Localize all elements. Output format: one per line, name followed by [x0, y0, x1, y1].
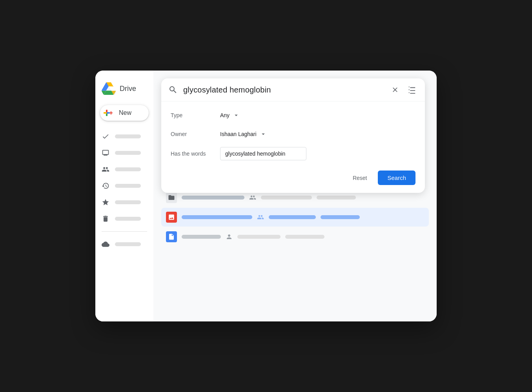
- search-query-text: glycosylated hemoglobin: [183, 85, 384, 94]
- file-meta-bar: [269, 215, 316, 219]
- type-select[interactable]: Any: [220, 109, 240, 121]
- file-date-bar: [317, 196, 356, 200]
- people-icon: [102, 165, 109, 173]
- clear-search-button[interactable]: [390, 84, 401, 95]
- type-label: Type: [171, 112, 214, 118]
- has-words-label: Has the words: [171, 151, 214, 157]
- monitor-icon: [102, 149, 109, 157]
- filter-actions: Reset Search: [171, 167, 415, 185]
- nav-label-bar: [115, 217, 141, 221]
- search-button[interactable]: Search: [378, 171, 415, 185]
- sidebar-item-computers[interactable]: [95, 145, 147, 161]
- search-icon: [168, 85, 178, 94]
- owner-filter-row: Owner Ishaan Laghari: [171, 128, 415, 140]
- sidebar-item-starred[interactable]: [95, 194, 147, 210]
- sidebar-item-storage[interactable]: [95, 236, 147, 252]
- star-icon: [102, 198, 109, 206]
- sidebar-item-recent[interactable]: [95, 178, 147, 194]
- sidebar-nav: [95, 129, 153, 252]
- file-date-bar: [285, 235, 324, 239]
- file-meta-bar: [261, 196, 312, 200]
- reset-button[interactable]: Reset: [346, 171, 373, 185]
- sidebar-item-shared[interactable]: [95, 162, 147, 177]
- file-name-bar: [182, 196, 244, 200]
- type-value: Any: [220, 112, 230, 118]
- svg-rect-7: [104, 112, 107, 114]
- nav-divider: [102, 231, 147, 232]
- owner-label: Owner: [171, 131, 214, 137]
- table-row[interactable]: [161, 208, 429, 227]
- main-content: glycosylated hemoglobin Type Any: [153, 71, 437, 321]
- sidebar-item-my-drive[interactable]: [95, 129, 147, 144]
- colorful-plus-icon: [102, 109, 111, 117]
- trash-icon: [102, 215, 109, 223]
- svg-rect-8: [107, 112, 110, 114]
- has-words-input[interactable]: [220, 147, 306, 160]
- search-actions: [390, 84, 418, 96]
- advanced-search-button[interactable]: [406, 84, 418, 96]
- file-date-bar: [321, 215, 360, 219]
- clock-icon: [102, 182, 109, 190]
- search-bar: glycosylated hemoglobin: [161, 78, 425, 102]
- doc-icon: [166, 231, 177, 242]
- owner-select[interactable]: Ishaan Laghari: [220, 128, 267, 140]
- search-card: glycosylated hemoglobin Type Any: [161, 78, 425, 193]
- nav-label-bar: [115, 167, 141, 171]
- nav-label-bar: [115, 242, 141, 246]
- person-icon: [226, 233, 233, 240]
- chevron-down-icon: [233, 112, 240, 119]
- chevron-down-icon: [260, 131, 267, 138]
- owner-value: Ishaan Laghari: [220, 131, 257, 137]
- nav-label-bar: [115, 200, 141, 204]
- table-row[interactable]: [161, 227, 429, 246]
- filter-form: Type Any Owner Ishaan Laghari Has the wo…: [161, 102, 425, 193]
- nav-label-bar: [115, 184, 141, 188]
- has-words-filter-row: Has the words: [171, 147, 415, 160]
- file-list: [153, 188, 437, 247]
- folder-icon: [166, 192, 177, 203]
- new-button-label: New: [119, 109, 131, 116]
- file-name-bar: [182, 235, 221, 239]
- sidebar: Drive New: [95, 71, 153, 321]
- file-meta-bar: [237, 235, 281, 239]
- app-window: Drive New: [95, 71, 437, 321]
- image-icon: [166, 212, 177, 223]
- type-filter-row: Type Any: [171, 109, 415, 121]
- sidebar-logo: Drive: [95, 78, 153, 105]
- shared-icon: [249, 194, 256, 201]
- sidebar-item-trash[interactable]: [95, 211, 147, 227]
- cloud-icon: [102, 240, 109, 248]
- checkmark-icon: [102, 132, 109, 140]
- nav-label-bar: [115, 134, 141, 138]
- nav-label-bar: [115, 151, 141, 155]
- shared-group-icon: [257, 214, 264, 221]
- new-button[interactable]: New: [100, 105, 149, 121]
- drive-logo-icon: [102, 82, 116, 96]
- file-name-bar: [182, 215, 252, 219]
- app-title: Drive: [120, 85, 136, 93]
